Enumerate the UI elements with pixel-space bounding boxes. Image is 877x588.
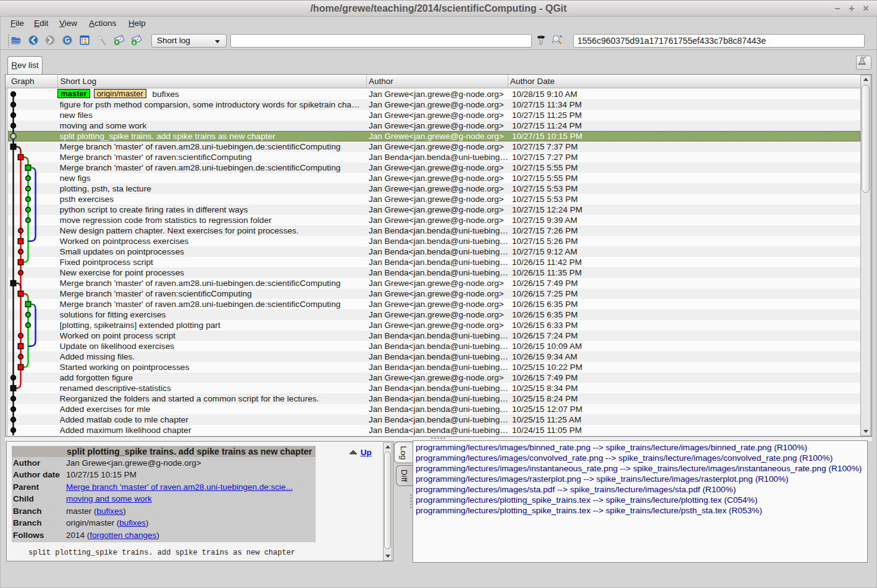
svg-text:G: G <box>65 36 70 44</box>
